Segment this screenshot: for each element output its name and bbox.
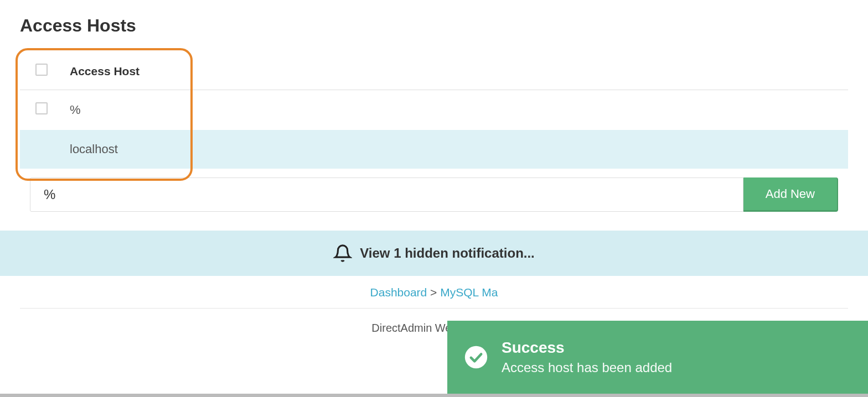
toast-message: Access host has been added	[502, 360, 672, 375]
select-all-cell	[20, 53, 70, 90]
table-row[interactable]: %	[20, 90, 848, 130]
add-host-input[interactable]	[30, 177, 743, 212]
column-header-access-host[interactable]: Access Host	[70, 53, 848, 90]
success-toast[interactable]: Success Access host has been added	[447, 321, 868, 394]
breadcrumb-mysql[interactable]: MySQL Ma	[440, 286, 498, 299]
toast-content: Success Access host has been added	[502, 339, 672, 375]
breadcrumb-dashboard[interactable]: Dashboard	[370, 286, 427, 299]
row-checkbox[interactable]	[35, 102, 48, 114]
table-row[interactable]: localhost	[20, 130, 848, 169]
page-title: Access Hosts	[0, 0, 868, 41]
select-all-checkbox[interactable]	[35, 64, 48, 76]
breadcrumb-separator: >	[430, 286, 437, 299]
check-circle-icon	[464, 345, 488, 369]
add-new-button[interactable]: Add New	[743, 177, 838, 212]
hosts-table: Access Host % localhost	[20, 53, 848, 169]
add-host-form: Add New	[30, 177, 838, 212]
bell-icon	[333, 244, 352, 263]
hosts-table-wrapper: Access Host % localhost	[20, 53, 848, 169]
notification-text: View 1 hidden notification...	[360, 245, 535, 261]
svg-point-0	[465, 346, 487, 368]
host-value: localhost	[70, 130, 848, 169]
breadcrumb: Dashboard > MySQL Ma	[0, 276, 868, 304]
host-value: %	[70, 90, 848, 130]
notification-bar[interactable]: View 1 hidden notification...	[0, 231, 868, 276]
toast-title: Success	[502, 339, 672, 357]
bottom-strip	[0, 394, 868, 397]
